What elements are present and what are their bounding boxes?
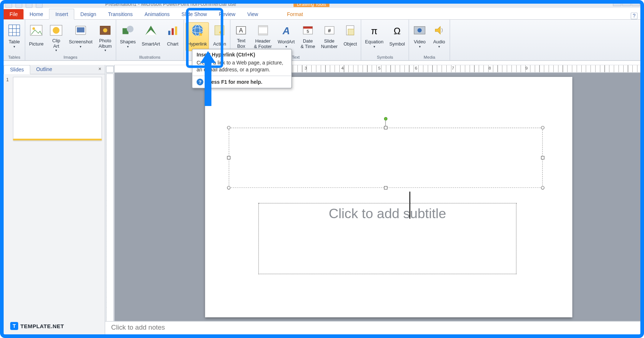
ruler-mark: 5 — [378, 66, 380, 71]
object-label: Object — [344, 38, 357, 50]
svg-rect-10 — [77, 27, 84, 32]
audio-label: Audio — [433, 39, 445, 45]
resize-handle[interactable] — [227, 156, 230, 159]
clipart-button[interactable]: Clip Art▾ — [47, 22, 65, 54]
subtitle-placeholder-text: Click to add subtitle — [329, 206, 446, 222]
resize-handle[interactable] — [541, 126, 544, 129]
wordart-icon: A — [280, 24, 293, 37]
svg-point-23 — [199, 33, 202, 36]
hyperlink-button[interactable]: Hyperlink — [185, 22, 209, 51]
textbox-icon: A — [234, 24, 248, 37]
smartart-button[interactable]: SmartArt — [139, 22, 162, 51]
resize-handle[interactable] — [541, 156, 544, 159]
tab-file[interactable]: File — [4, 9, 24, 19]
notes-pane[interactable]: Click to add notes — [105, 321, 641, 335]
title-placeholder[interactable] — [229, 128, 542, 188]
chevron-down-icon: ▾ — [9, 44, 20, 48]
slidenumber-button[interactable]: #Slide Number — [319, 22, 340, 51]
datetime-button[interactable]: 5Date & Time — [299, 22, 317, 51]
svg-rect-38 — [348, 29, 354, 35]
tab-view[interactable]: View — [241, 9, 264, 19]
tab-home[interactable]: Home — [24, 9, 49, 19]
ruler-mark: 6 — [415, 66, 417, 71]
tab-selector-button[interactable] — [106, 66, 114, 73]
chart-button[interactable]: Chart — [164, 22, 182, 51]
resize-handle[interactable] — [227, 126, 230, 129]
picture-button[interactable]: Picture — [27, 22, 46, 51]
minimize-button[interactable] — [613, 1, 621, 6]
ribbon: Table▾ Tables Picture Clip Art▾ Screensh… — [4, 20, 641, 61]
panel-close-button[interactable]: × — [95, 65, 105, 74]
photoalbum-button[interactable]: Photo Album▾ — [96, 22, 114, 54]
audio-button[interactable]: Audio▾ — [430, 22, 448, 51]
svg-rect-0 — [9, 25, 20, 36]
screenshot-button[interactable]: Screenshot▾ — [67, 22, 94, 51]
thumbnail-number: 1 — [6, 77, 11, 140]
ruler-mark: 4 — [341, 66, 344, 71]
shapes-button[interactable]: Shapes▾ — [118, 22, 138, 51]
context-tab-drawing-tools: Drawing Tools — [293, 1, 329, 7]
table-button[interactable]: Table▾ — [5, 22, 23, 51]
subtitle-placeholder[interactable]: Click to add subtitle — [258, 203, 517, 274]
maximize-button[interactable] — [622, 1, 631, 6]
thumbnail-preview — [13, 77, 102, 140]
panel-tab-slides[interactable]: Slides — [4, 65, 30, 75]
chart-label: Chart — [167, 38, 178, 50]
help-button[interactable]: ? — [631, 12, 638, 19]
equation-icon: π — [367, 24, 381, 37]
svg-text:A: A — [282, 25, 290, 36]
tab-format[interactable]: Format — [281, 9, 309, 19]
qat-customize-icon[interactable] — [36, 1, 43, 8]
tab-animations[interactable]: Animations — [139, 9, 176, 19]
tab-insert[interactable]: Insert — [49, 9, 75, 20]
chevron-down-icon: ▾ — [433, 44, 445, 48]
svg-text:π: π — [371, 26, 378, 36]
action-button[interactable]: Action — [211, 22, 229, 51]
resize-handle[interactable] — [227, 186, 230, 189]
qat-save-icon[interactable] — [5, 1, 12, 8]
object-icon — [344, 24, 357, 37]
close-button[interactable] — [632, 1, 640, 6]
svg-rect-18 — [171, 28, 174, 35]
action-label: Action — [213, 38, 226, 50]
svg-rect-24 — [215, 25, 225, 35]
picture-icon — [29, 24, 43, 37]
object-button[interactable]: Object — [341, 22, 359, 51]
slidenumber-icon: # — [323, 24, 336, 37]
svg-text:5: 5 — [307, 29, 309, 34]
group-text-label: Text — [292, 54, 300, 60]
headerfooter-button[interactable]: Header & Footer — [252, 22, 274, 51]
group-symbols: πEquation▾ ΩSymbol Symbols — [361, 20, 409, 60]
tab-design[interactable]: Design — [75, 9, 102, 19]
datetime-icon: 5 — [301, 24, 315, 37]
ruler-mark: 9 — [525, 66, 528, 71]
slide-thumbnail[interactable]: 1 — [6, 77, 102, 140]
slide[interactable]: Click to add subtitle — [205, 77, 572, 317]
hyperlink-icon — [190, 24, 204, 37]
tab-slideshow[interactable]: Slide Show — [175, 9, 213, 19]
svg-rect-30 — [258, 33, 268, 35]
slides-panel: Slides Outline × 1 — [4, 65, 105, 335]
tab-review[interactable]: Review — [213, 9, 241, 19]
wordart-button[interactable]: AWordArt▾ — [276, 22, 297, 51]
panel-tab-outline[interactable]: Outline — [30, 65, 58, 74]
symbol-button[interactable]: ΩSymbol — [387, 22, 407, 51]
tooltip-title: Insert Hyperlink (Ctrl+K) — [192, 50, 291, 60]
resize-handle[interactable] — [384, 186, 387, 189]
svg-text:A: A — [239, 27, 243, 34]
resize-handle[interactable] — [541, 186, 544, 189]
equation-button[interactable]: πEquation▾ — [363, 22, 386, 51]
resize-handle[interactable] — [384, 126, 387, 129]
qat-redo-icon[interactable] — [25, 1, 32, 8]
qat-undo-icon[interactable] — [16, 1, 23, 8]
rotate-handle[interactable] — [384, 117, 387, 120]
clipart-label: Clip Art — [52, 38, 60, 48]
slide-canvas[interactable]: 1 2 3 4 5 6 7 8 9 — [115, 65, 641, 335]
svg-point-8 — [53, 27, 60, 34]
chevron-down-icon: ▾ — [120, 44, 136, 48]
tab-transitions[interactable]: Transitions — [102, 9, 139, 19]
video-button[interactable]: Video▾ — [411, 22, 428, 51]
svg-text:#: # — [328, 28, 331, 34]
group-tables-label: Tables — [8, 54, 20, 60]
group-images-label: Images — [64, 54, 78, 60]
